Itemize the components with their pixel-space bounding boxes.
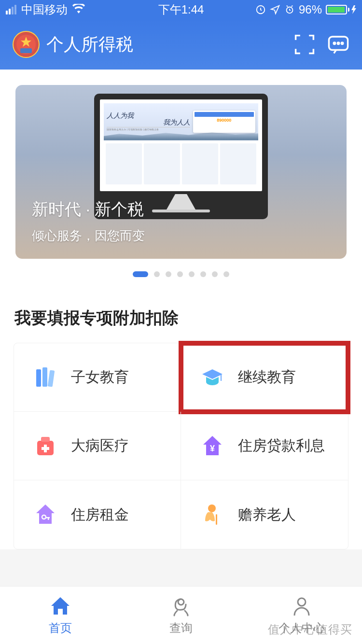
signal-icon (6, 5, 16, 14)
banner-subtitle: 倾心服务，因您而变 (32, 227, 145, 244)
grid-item-loan[interactable]: ¥ 住房贷款利息 (181, 412, 348, 480)
grid-label: 子女教育 (71, 367, 129, 387)
svg-rect-4 (20, 48, 32, 53)
rent-icon (33, 503, 57, 527)
battery-pct-label: 96% (299, 3, 322, 16)
elder-icon (200, 503, 224, 527)
scan-button[interactable] (293, 33, 316, 56)
banner-sub: 国家税务总局主办 | 专项附加扣除 | 施行纳税义务 (107, 127, 190, 131)
loan-icon: ¥ (200, 434, 224, 458)
svg-rect-9 (36, 369, 41, 387)
tab-query[interactable]: 查询 (121, 587, 241, 644)
banner-script-2: 我为人人 (107, 119, 190, 126)
status-bar: 中国移动 下午1:44 96% (0, 0, 362, 19)
svg-rect-10 (42, 367, 47, 387)
promo-banner[interactable]: 人人为我 我为人人 国家税务总局主办 | 专项附加扣除 | 施行纳税义务 890… (15, 85, 347, 259)
carousel-dots[interactable] (0, 259, 362, 292)
svg-rect-23 (58, 609, 63, 615)
watermark: 值人中心值得买 (268, 622, 352, 637)
svg-rect-14 (41, 437, 50, 442)
svg-point-6 (334, 42, 335, 44)
message-button[interactable] (327, 33, 349, 56)
svg-rect-16 (42, 447, 49, 450)
graduation-icon (200, 365, 224, 390)
svg-point-8 (341, 42, 343, 44)
grid-label: 住房租金 (71, 505, 129, 525)
lock-icon (255, 4, 266, 15)
grid-label: 继续教育 (238, 367, 296, 387)
svg-point-21 (208, 504, 216, 512)
books-icon (33, 365, 57, 390)
tab-label: 查询 (169, 620, 193, 636)
svg-point-24 (298, 598, 306, 606)
grid-item-elder[interactable]: 赡养老人 (181, 480, 348, 549)
app-header: 个人所得税 (0, 19, 362, 70)
battery-icon (326, 5, 356, 14)
tab-label: 首页 (49, 620, 72, 636)
grid-item-continue-edu[interactable]: 继续教育 (181, 343, 348, 412)
svg-point-7 (337, 42, 339, 44)
carrier-label: 中国移动 (21, 2, 68, 17)
tab-home[interactable]: 首页 (0, 587, 121, 644)
deduction-grid: 子女教育 继续教育 大病医疗 ¥ 住房贷款利息 住房租金 (14, 343, 348, 549)
grid-label: 赡养老人 (238, 505, 296, 525)
profile-icon (291, 595, 313, 617)
svg-rect-20 (48, 517, 49, 520)
svg-text:¥: ¥ (210, 444, 215, 453)
home-icon (49, 595, 71, 617)
app-logo-icon (13, 31, 40, 58)
wifi-icon (72, 3, 85, 16)
banner-title: 新时代 · 新个税 (32, 198, 145, 221)
grid-label: 住房贷款利息 (238, 436, 325, 456)
clock-label: 下午1:44 (158, 2, 204, 17)
grid-item-children-edu[interactable]: 子女教育 (14, 343, 181, 412)
query-icon (170, 595, 192, 617)
banner-stat: 890000 (195, 118, 254, 123)
location-icon (270, 4, 280, 15)
grid-item-rent[interactable]: 住房租金 (14, 480, 181, 549)
svg-rect-11 (48, 370, 55, 387)
medical-icon (33, 434, 57, 458)
grid-item-medical[interactable]: 大病医疗 (14, 412, 181, 480)
banner-script-1: 人人为我 (107, 112, 190, 119)
svg-rect-12 (221, 374, 222, 381)
app-title: 个人所得税 (46, 33, 282, 56)
svg-rect-22 (216, 514, 217, 525)
alarm-icon (284, 4, 295, 15)
section-title: 我要填报专项附加扣除 (0, 292, 362, 343)
grid-label: 大病医疗 (71, 436, 129, 456)
